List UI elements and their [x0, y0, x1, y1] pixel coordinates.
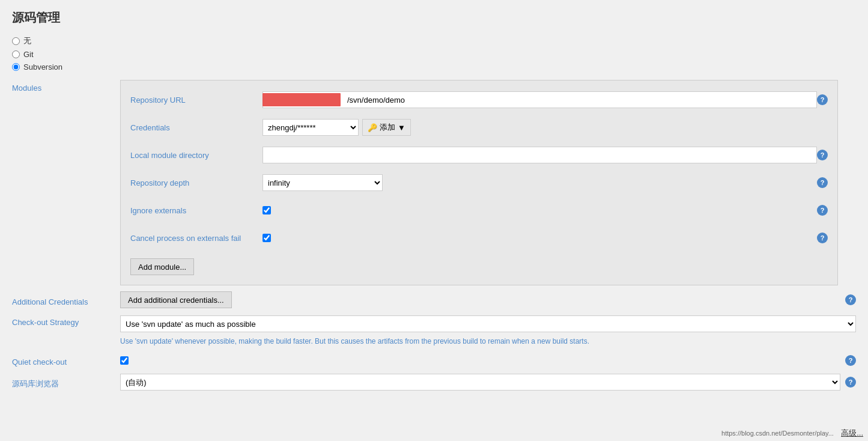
repo-depth-help-icon[interactable]: ? [817, 177, 828, 188]
radio-subversion-input[interactable] [12, 63, 20, 71]
ignore-externals-row: Ignore externals ? [130, 201, 828, 220]
bottom-bar: https://blog.csdn.net/Desmonter/play... … [717, 425, 868, 441]
cancel-process-row: Cancel process on externals fail ? [130, 228, 828, 248]
checkout-strategy-row: Check-out Strategy Use 'svn update' as m… [12, 315, 856, 347]
redacted-bar [263, 93, 341, 106]
additional-credentials-content: Add additional credentials... [120, 291, 840, 308]
ignore-externals-help-icon[interactable]: ? [817, 205, 828, 216]
repo-url-input-wrapper [263, 91, 817, 108]
cancel-process-field [263, 234, 817, 242]
repo-url-field [263, 91, 817, 108]
modules-content: Repository URL ? Credentials zhengdj [120, 80, 838, 285]
additional-credentials-row: Additional Credentials Add additional cr… [12, 291, 856, 308]
modules-label: Modules [12, 80, 120, 93]
quiet-checkout-content [120, 356, 840, 365]
scm-browser-row: 源码库浏览器 (自动) Assembla CollabNet FishEye G… [12, 374, 856, 391]
repo-depth-select[interactable]: infinity immediates files empty [263, 174, 383, 191]
checkout-strategy-content: Use 'svn update' as much as possible Alw… [120, 315, 856, 347]
module-box: Repository URL ? Credentials zhengdj [120, 80, 838, 285]
local-dir-input[interactable]: . [263, 147, 817, 163]
page-container: 源码管理 无 Git Subversion Modules Repository… [0, 0, 868, 441]
quiet-checkout-label: Quiet check-out [12, 354, 120, 366]
repo-depth-field: infinity immediates files empty [263, 174, 817, 191]
local-dir-help-icon[interactable]: ? [817, 150, 828, 160]
scm-browser-content: (自动) Assembla CollabNet FishEye Google C… [120, 374, 840, 391]
credentials-row: Credentials zhengdj/****** 🔑 添加 ▼ [130, 118, 828, 137]
additional-credentials-label: Additional Credentials [12, 294, 120, 306]
local-dir-field: . [263, 147, 817, 163]
add-module-button[interactable]: Add module... [130, 258, 194, 275]
quiet-checkout-help-icon[interactable]: ? [845, 355, 856, 366]
add-dropdown-arrow: ▼ [398, 123, 405, 132]
add-additional-credentials-button[interactable]: Add additional credentials... [120, 291, 232, 308]
ignore-externals-field [263, 206, 817, 214]
checkout-strategy-label: Check-out Strategy [12, 315, 120, 327]
scm-browser-label: 源码库浏览器 [12, 375, 120, 389]
credentials-select[interactable]: zhengdj/****** [263, 119, 359, 136]
scm-browser-help-icon[interactable]: ? [845, 377, 856, 388]
cancel-process-help-icon[interactable]: ? [817, 233, 828, 243]
page-title: 源码管理 [12, 10, 856, 26]
radio-git-input[interactable] [12, 50, 20, 58]
ignore-externals-label: Ignore externals [130, 206, 263, 215]
repo-url-row: Repository URL ? [130, 90, 828, 109]
local-dir-label: Local module directory [130, 151, 263, 160]
radio-none[interactable]: 无 [12, 35, 856, 46]
credentials-field: zhengdj/****** 🔑 添加 ▼ [263, 119, 828, 136]
key-icon: 🔑 [368, 123, 377, 132]
credentials-label: Credentials [130, 123, 263, 132]
radio-subversion[interactable]: Subversion [12, 62, 856, 71]
radio-git-label: Git [23, 50, 34, 59]
radio-none-input[interactable] [12, 37, 20, 45]
advanced-link[interactable]: 高级... [841, 428, 863, 437]
cancel-process-label: Cancel process on externals fail [130, 234, 263, 243]
scm-browser-select[interactable]: (自动) Assembla CollabNet FishEye Google C… [120, 374, 840, 391]
add-module-row: Add module... [130, 256, 828, 275]
radio-subversion-label: Subversion [23, 62, 62, 71]
add-credentials-button[interactable]: 🔑 添加 ▼ [362, 119, 411, 136]
scm-radio-group: 无 Git Subversion [12, 35, 856, 71]
checkout-strategy-select[interactable]: Use 'svn update' as much as possible Alw… [120, 315, 856, 332]
additional-credentials-help-icon[interactable]: ? [845, 294, 856, 305]
quiet-checkout-row: Quiet check-out ? [12, 354, 856, 366]
local-dir-row: Local module directory . ? [130, 145, 828, 165]
repo-depth-label: Repository depth [130, 178, 263, 187]
repo-depth-row: Repository depth infinity immediates fil… [130, 173, 828, 192]
cancel-process-checkbox[interactable] [263, 234, 271, 242]
radio-none-label: 无 [23, 35, 31, 46]
repo-url-label: Repository URL [130, 96, 263, 105]
repo-url-help-icon[interactable]: ? [817, 94, 828, 105]
checkout-description: Use 'svn update' whenever possible, maki… [120, 336, 856, 347]
repo-url-input[interactable] [263, 91, 817, 108]
radio-git[interactable]: Git [12, 50, 856, 59]
ignore-externals-checkbox[interactable] [263, 206, 271, 214]
bottom-url: https://blog.csdn.net/Desmonter/play... [721, 430, 834, 437]
quiet-checkout-checkbox[interactable] [120, 356, 129, 365]
